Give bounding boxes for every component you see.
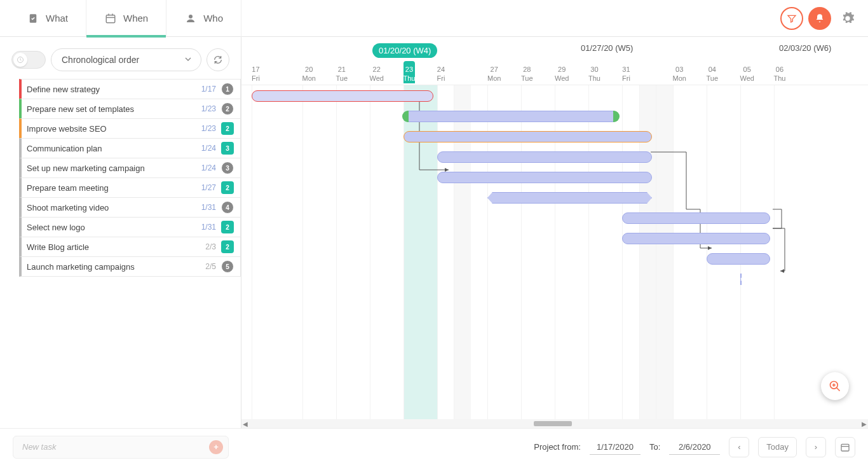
notifications-button[interactable] (808, 7, 831, 30)
day-header-cell: 24Fri (437, 62, 445, 83)
task-name: Select new logo (27, 223, 196, 232)
scroll-left-icon[interactable]: ◀ (243, 420, 248, 427)
grid-column (673, 85, 707, 419)
grid-column (774, 85, 808, 419)
new-task-input[interactable]: New task + (13, 436, 229, 459)
gantt-bar[interactable] (740, 274, 742, 285)
assignee-avatar: 1 (221, 83, 234, 95)
timeline-toggle[interactable] (11, 51, 46, 69)
task-date: 1/24 (201, 163, 216, 172)
gantt-bar[interactable] (403, 111, 619, 122)
tab-label: What (46, 13, 68, 24)
task-date: 1/23 (201, 104, 216, 113)
gantt-bar[interactable] (707, 253, 770, 265)
grid-column (252, 85, 285, 419)
clipboard-check-icon (27, 12, 39, 25)
task-date: 1/31 (201, 223, 216, 232)
week-label-current: 01/20/20 (W4) (372, 43, 437, 58)
gantt-bar[interactable] (622, 212, 770, 224)
svg-line-8 (837, 388, 840, 391)
gantt-bar[interactable] (403, 131, 653, 142)
day-header-cell: 28Tue (521, 62, 533, 83)
clock-icon (13, 53, 27, 67)
day-header-cell: 05Wed (740, 62, 754, 83)
person-icon (184, 12, 197, 25)
gantt-bar[interactable] (437, 172, 653, 183)
task-name: Prepare new set of templates (27, 104, 196, 114)
topbar: What When Who (0, 0, 868, 37)
gantt-bar[interactable] (437, 151, 653, 163)
tab-when[interactable]: When (86, 0, 166, 37)
task-date: 1/27 (201, 183, 216, 192)
task-date: 1/17 (201, 85, 216, 94)
grid-column (707, 85, 740, 419)
assignee-count-badge: 2 (221, 122, 234, 135)
task-name: Define new strategy (27, 85, 196, 94)
week-header: 01/20/20 (W4) 01/27/20 (W5) 02/03/20 (W6… (241, 43, 868, 62)
today-button[interactable]: Today (758, 437, 797, 457)
refresh-button[interactable] (207, 48, 229, 71)
day-header-cell: 03Mon (673, 62, 686, 83)
task-row[interactable]: Improve website SEO1/232 (19, 118, 241, 139)
day-header-cell: 22Wed (370, 62, 384, 83)
day-header-cell: 29Wed (555, 62, 569, 83)
assignee-count-badge: 2 (221, 181, 234, 194)
weekend-column (656, 85, 673, 419)
chevron-down-icon (183, 54, 193, 66)
add-task-button[interactable]: + (209, 440, 223, 454)
task-row[interactable]: Launch marketing campaigns2/55 (19, 256, 241, 277)
project-to-input[interactable] (669, 440, 720, 455)
grid-column (336, 85, 370, 419)
task-row[interactable]: Prepare new set of templates1/232 (19, 99, 241, 119)
horizontal-scrollbar[interactable]: ◀ ▶ (241, 419, 868, 428)
task-row[interactable]: Communication plan1/243 (19, 138, 241, 158)
task-name: Launch marketing campaigns (27, 262, 200, 272)
task-date: 1/31 (201, 203, 216, 212)
gantt-bar[interactable] (487, 192, 652, 204)
task-row[interactable]: Prepare team meeting1/272 (19, 177, 241, 198)
day-header-cell: 30Thu (588, 62, 600, 83)
task-name: Write Blog article (27, 242, 200, 252)
tab-who[interactable]: Who (166, 0, 241, 37)
day-header-cell: 31Fri (622, 62, 630, 83)
task-list: Define new strategy1/171Prepare new set … (0, 79, 241, 428)
task-row[interactable]: Define new strategy1/171 (19, 79, 241, 99)
prev-button[interactable]: ‹ (729, 437, 749, 457)
week-label: 01/27/20 (W5) (581, 43, 633, 53)
gantt-bar[interactable] (252, 90, 433, 102)
day-header-cell: 21Tue (336, 62, 348, 83)
settings-button[interactable] (836, 7, 859, 30)
assignee-count-badge: 2 (221, 221, 234, 233)
task-row[interactable]: Set up new marketing campaign1/243 (19, 158, 241, 178)
next-button[interactable]: › (806, 437, 826, 457)
task-row[interactable]: Shoot marketing video1/314 (19, 197, 241, 218)
project-from-input[interactable] (590, 440, 641, 455)
scroll-right-icon[interactable]: ▶ (862, 420, 867, 427)
day-header-cell: 06Thu (774, 62, 786, 83)
sort-select[interactable]: Chronological order (51, 48, 201, 71)
footer: New task + Project from: To: ‹ Today › (0, 428, 868, 465)
gantt-bar[interactable] (622, 233, 770, 244)
project-to-label: To: (649, 442, 660, 452)
sort-label: Chronological order (62, 55, 139, 65)
day-header-cell: 04Tue (707, 62, 719, 83)
tab-label: Who (203, 13, 223, 24)
gantt-chart[interactable] (241, 85, 868, 419)
task-row[interactable]: Write Blog article2/32 (19, 237, 241, 257)
tab-what[interactable]: What (9, 0, 86, 37)
date-picker-button[interactable] (835, 437, 855, 457)
project-from-label: Project from: (534, 442, 581, 452)
task-name: Prepare team meeting (27, 183, 196, 193)
assignee-avatar: 2 (221, 102, 234, 115)
task-name: Shoot marketing video (27, 203, 196, 212)
zoom-in-button[interactable] (821, 372, 849, 400)
scrollbar-thumb[interactable] (534, 421, 572, 426)
week-label: 02/03/20 (W6) (779, 43, 831, 53)
assignee-avatar: 4 (221, 201, 234, 214)
svg-point-5 (189, 15, 193, 18)
day-header: 17Fri20Mon21Tue22Wed23Thu24Fri27Mon28Tue… (241, 62, 868, 85)
tab-label: When (123, 13, 148, 24)
filter-button[interactable] (780, 7, 803, 30)
day-header-cell: 23Thu (403, 61, 416, 83)
task-row[interactable]: Select new logo1/312 (19, 217, 241, 237)
